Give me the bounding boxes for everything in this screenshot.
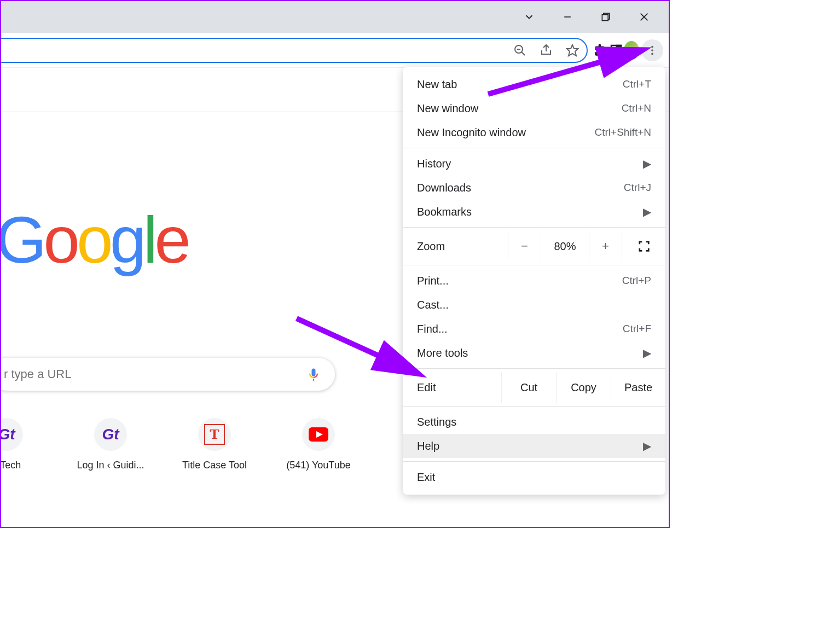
svg-line-6	[522, 52, 525, 55]
minimize-icon	[562, 11, 573, 22]
share-icon[interactable]	[538, 43, 554, 58]
close-button[interactable]	[625, 1, 663, 33]
maximize-icon	[600, 11, 611, 22]
close-icon	[638, 11, 650, 23]
bookmark-star-icon[interactable]	[565, 43, 580, 58]
submenu-arrow-icon: ▶	[643, 346, 651, 359]
menu-find[interactable]: Find... Ctrl+F	[403, 317, 665, 341]
sidepanel-button[interactable]	[609, 43, 624, 58]
chrome-menu: New tab Ctrl+T New window Ctrl+N New Inc…	[403, 67, 665, 495]
menu-help[interactable]: Help ▶	[403, 434, 665, 458]
search-input[interactable]	[4, 367, 306, 381]
shortcut-login-guidi[interactable]: Gt Log In ‹ Guidi...	[72, 418, 149, 471]
tabs-dropdown-button[interactable]	[510, 1, 548, 33]
more-menu-button[interactable]	[641, 39, 663, 61]
menu-new-window[interactable]: New window Ctrl+N	[403, 96, 665, 120]
submenu-arrow-icon: ▶	[643, 439, 651, 452]
menu-separator	[403, 227, 665, 228]
minimize-button[interactable]	[548, 1, 587, 33]
menu-new-incognito[interactable]: New Incognito window Ctrl+Shift+N	[403, 120, 665, 144]
svg-rect-2	[602, 15, 608, 21]
menu-print[interactable]: Print... Ctrl+P	[403, 269, 665, 293]
search-box[interactable]	[0, 358, 335, 391]
svg-point-13	[651, 53, 653, 55]
maximize-button[interactable]	[587, 1, 625, 33]
menu-separator	[403, 406, 665, 407]
google-logo: Google	[0, 202, 188, 277]
edit-copy-button[interactable]: Copy	[556, 372, 611, 403]
chevron-down-icon	[523, 11, 535, 23]
voice-search-icon[interactable]	[306, 367, 321, 382]
menu-edit-row: Edit Cut Copy Paste	[403, 372, 665, 403]
menu-exit[interactable]: Exit	[403, 465, 665, 489]
window-titlebar	[1, 1, 669, 33]
shortcut-tile: T	[198, 418, 231, 451]
menu-cast[interactable]: Cast...	[403, 293, 665, 317]
svg-point-12	[651, 49, 653, 51]
more-vert-icon	[646, 44, 658, 56]
menu-history[interactable]: History ▶	[403, 152, 665, 176]
menu-separator	[403, 265, 665, 265]
svg-marker-8	[567, 45, 578, 56]
zoom-out-button[interactable]: −	[508, 231, 541, 262]
extensions-button[interactable]	[593, 43, 609, 58]
menu-separator	[403, 461, 665, 462]
submenu-arrow-icon: ▶	[643, 205, 651, 218]
zoom-out-icon[interactable]	[512, 43, 528, 58]
menu-settings[interactable]: Settings	[403, 410, 665, 434]
menu-separator	[403, 148, 665, 148]
edit-label: Edit	[417, 372, 501, 403]
shortcut-youtube[interactable]: (541) YouTube	[280, 418, 357, 471]
shortcut-label: Title Case Tool	[182, 460, 247, 471]
fullscreen-button[interactable]	[622, 231, 665, 262]
edit-cut-button[interactable]: Cut	[501, 372, 556, 403]
browser-toolbar	[1, 33, 669, 68]
menu-more-tools[interactable]: More tools ▶	[403, 341, 665, 365]
zoom-in-button[interactable]: +	[589, 231, 622, 262]
edit-paste-button[interactable]: Paste	[611, 372, 665, 403]
shortcut-tile: Gt	[0, 418, 23, 451]
omnibox[interactable]	[0, 38, 588, 63]
avatar-image	[624, 41, 639, 60]
shortcuts-row: Gt g Tech Gt Log In ‹ Guidi... T Title C…	[1, 418, 357, 471]
profile-avatar[interactable]	[624, 43, 639, 58]
menu-separator	[403, 368, 665, 369]
svg-point-11	[651, 45, 653, 48]
menu-zoom-row: Zoom − 80% +	[403, 231, 665, 262]
shortcut-label: g Tech	[0, 460, 21, 471]
shortcut-label: Log In ‹ Guidi...	[77, 460, 144, 471]
svg-rect-10	[617, 45, 621, 55]
shortcut-guiding-tech[interactable]: Gt g Tech	[0, 418, 45, 471]
menu-bookmarks[interactable]: Bookmarks ▶	[403, 200, 665, 224]
zoom-level: 80%	[541, 231, 589, 262]
menu-downloads[interactable]: Downloads Ctrl+J	[403, 176, 665, 200]
shortcut-tile	[302, 418, 335, 451]
fullscreen-icon	[638, 240, 650, 252]
shortcut-label: (541) YouTube	[286, 460, 350, 471]
submenu-arrow-icon: ▶	[643, 157, 651, 170]
menu-new-tab[interactable]: New tab Ctrl+T	[403, 72, 665, 96]
shortcut-title-case[interactable]: T Title Case Tool	[176, 418, 253, 471]
shortcut-tile: Gt	[94, 418, 127, 451]
zoom-label: Zoom	[417, 240, 508, 253]
